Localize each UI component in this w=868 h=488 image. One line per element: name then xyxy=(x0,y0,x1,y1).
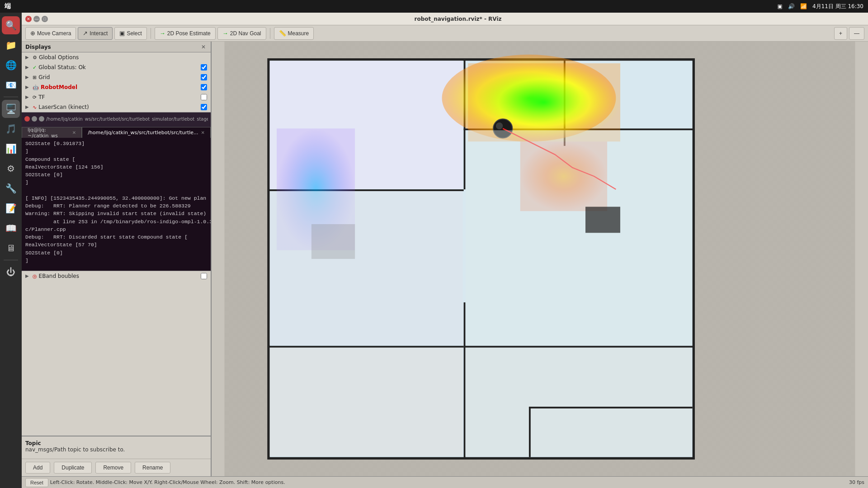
system-sound-icon: 🔊 xyxy=(788,3,795,9)
displays-close-button[interactable]: ✕ xyxy=(200,43,207,51)
system-screen-icon: ▣ xyxy=(778,3,783,9)
terminal-tab-2-close[interactable]: ✕ xyxy=(201,130,205,135)
terminal-tab-1-close[interactable]: ✕ xyxy=(72,130,76,135)
tf-checkbox[interactable] xyxy=(201,94,207,100)
dock-charts-icon: 📊 xyxy=(5,143,17,154)
panel-spacer xyxy=(22,281,211,436)
laserscan-checkbox[interactable] xyxy=(201,104,207,110)
window-close-button[interactable]: ✕ xyxy=(25,16,32,22)
add-button[interactable]: Add xyxy=(25,462,50,474)
nav-goal-button[interactable]: → 2D Nav Goal xyxy=(217,27,266,40)
global-status-checkbox[interactable] xyxy=(201,64,207,70)
global-options-label: Global Options xyxy=(39,54,207,61)
dock-item-power[interactable]: ⏻ xyxy=(2,263,20,281)
svg-rect-29 xyxy=(311,224,355,259)
term-line-11: at line 253 in /tmp/binarydeb/ros-indigo… xyxy=(25,218,207,225)
term-line-16: ] xyxy=(25,257,207,264)
dock-item-files[interactable]: 📁 xyxy=(2,36,20,54)
svg-rect-8 xyxy=(693,59,694,459)
term-line-10: Warning: RRT: Skipping invalid start sta… xyxy=(25,210,207,217)
measure-button[interactable]: 📏 Measure xyxy=(274,27,314,40)
system-bar: 端 ▣ 🔊 📶 4月11日 周三 16:30 xyxy=(0,0,868,13)
robot-model-icon: 🤖 xyxy=(33,84,39,90)
svg-rect-9 xyxy=(268,457,694,459)
global-options-icon: ⚙ xyxy=(33,55,37,61)
dock-item-music[interactable]: 🎵 xyxy=(2,120,20,138)
move-camera-button[interactable]: ⊕ Move Camera xyxy=(25,27,76,40)
terminal-tabs: ljq@ljq: ~/catkin_ws ✕ /home/ljq/catkin_… xyxy=(22,125,211,138)
term-line-2: ] xyxy=(25,147,207,155)
display-item-global-status[interactable]: ▶ ✓ Global Status: Ok xyxy=(22,62,211,72)
term-line-14: RealVectorState [57 70] xyxy=(25,241,207,249)
display-item-eband[interactable]: ▶ ◎ EBand boubles xyxy=(22,271,211,281)
toolbar-separator-2 xyxy=(270,28,270,39)
tf-label: TF xyxy=(38,94,199,100)
select-icon: ▣ xyxy=(119,30,125,37)
terminal-tab-2[interactable]: /home/ljq/catkin_ws/src/turtlebot/src/tu… xyxy=(82,127,211,138)
display-item-laserscan[interactable]: ▶ ∿ LaserScan (kinect) xyxy=(22,102,211,112)
displays-header-title: Displays xyxy=(25,44,51,50)
nav-goal-icon: → xyxy=(222,30,228,37)
status-hints: Left-Click: Rotate. Middle-Click: Move X… xyxy=(50,479,285,485)
remove-button[interactable]: Remove xyxy=(95,462,131,474)
robot-model-label: RobotModel xyxy=(41,84,199,90)
system-bar-left: 端 xyxy=(5,2,11,10)
dock-item-display[interactable]: 🖥 xyxy=(2,239,20,257)
reset-button[interactable]: Reset xyxy=(25,478,48,487)
dock-item-tools[interactable]: 🔧 xyxy=(2,179,20,197)
terminal-content[interactable]: SO2State [0.391873] ] Compound state [ R… xyxy=(22,138,211,271)
grid-checkbox[interactable] xyxy=(201,74,207,80)
robot-model-checkbox[interactable] xyxy=(201,84,207,90)
term-line-4: RealVectorState [124 156] xyxy=(25,163,207,171)
laserscan-label: LaserScan (kinect) xyxy=(38,104,199,110)
display-item-robot-model[interactable]: ▶ 🤖 RobotModel xyxy=(22,82,211,92)
dock-item-terminal[interactable]: 🖥️ xyxy=(2,100,20,118)
interact-button[interactable]: ↗ Interact xyxy=(78,27,113,40)
dock-item-charts[interactable]: 📊 xyxy=(2,140,20,158)
dock-search-icon: 🔍 xyxy=(5,20,17,31)
eband-checkbox[interactable] xyxy=(201,273,207,279)
toolbar-minus-button[interactable]: — xyxy=(849,27,864,40)
terminal-container: /home/ljq/catkin_ws/src/turtlebot/src/tu… xyxy=(22,113,211,271)
topic-value: nav_msgs/Path topic to subscribe to. xyxy=(25,446,207,453)
toolbar-plus-button[interactable]: + xyxy=(834,27,847,40)
dock-browser-icon: 🌐 xyxy=(5,60,17,70)
expand-arrow-icon: ▶ xyxy=(25,94,31,100)
svg-rect-30 xyxy=(529,407,693,408)
dock-settings-icon: ⚙️ xyxy=(7,163,15,174)
toolbar-separator-1 xyxy=(151,28,151,39)
dock-item-docs[interactable]: 📖 xyxy=(2,219,20,237)
expand-arrow-icon: ▶ xyxy=(25,65,31,70)
dock-item-search[interactable]: 🔍 xyxy=(2,16,20,34)
dock-item-settings[interactable]: ⚙️ xyxy=(2,160,20,178)
dock-divider-1 xyxy=(4,97,18,97)
window-minimize-button[interactable]: — xyxy=(33,16,40,22)
dock: 🔍 📁 🌐 📧 🖥️ 🎵 📊 ⚙️ 🔧 📝 📖 xyxy=(0,13,22,488)
display-item-grid[interactable]: ▶ ⊞ Grid xyxy=(22,72,211,82)
svg-rect-17 xyxy=(464,346,694,347)
system-bar-right: ▣ 🔊 📶 4月11日 周三 16:30 xyxy=(778,3,863,10)
expand-arrow-icon: ▶ xyxy=(25,75,31,80)
svg-rect-28 xyxy=(585,207,620,233)
pose-estimate-button[interactable]: → 2D Pose Estimate xyxy=(155,27,216,40)
window-maximize-button[interactable]: □ xyxy=(42,16,48,22)
move-camera-icon: ⊕ xyxy=(30,30,35,37)
term-bg-min[interactable] xyxy=(32,116,37,122)
topic-label: Topic xyxy=(25,440,207,446)
display-item-tf[interactable]: ▶ ⟳ TF xyxy=(22,92,211,102)
dock-item-text[interactable]: 📝 xyxy=(2,199,20,217)
select-button[interactable]: ▣ Select xyxy=(114,27,146,40)
svg-rect-7 xyxy=(268,59,270,459)
term-bg-close[interactable] xyxy=(24,116,30,122)
duplicate-button[interactable]: Duplicate xyxy=(54,462,92,474)
term-bg-max[interactable] xyxy=(39,116,44,122)
dock-tools-icon: 🔧 xyxy=(5,183,17,194)
window-controls: ✕ — □ xyxy=(25,16,48,22)
dock-item-browser[interactable]: 🌐 xyxy=(2,56,20,74)
rename-button[interactable]: Rename xyxy=(135,462,170,474)
display-item-global-options[interactable]: ▶ ⚙ Global Options xyxy=(22,52,211,62)
dock-item-email[interactable]: 📧 xyxy=(2,76,20,94)
term-line-7 xyxy=(25,187,207,194)
map-view[interactable] xyxy=(212,42,868,476)
terminal-tab-1[interactable]: ljq@ljq: ~/catkin_ws ✕ xyxy=(22,127,82,138)
